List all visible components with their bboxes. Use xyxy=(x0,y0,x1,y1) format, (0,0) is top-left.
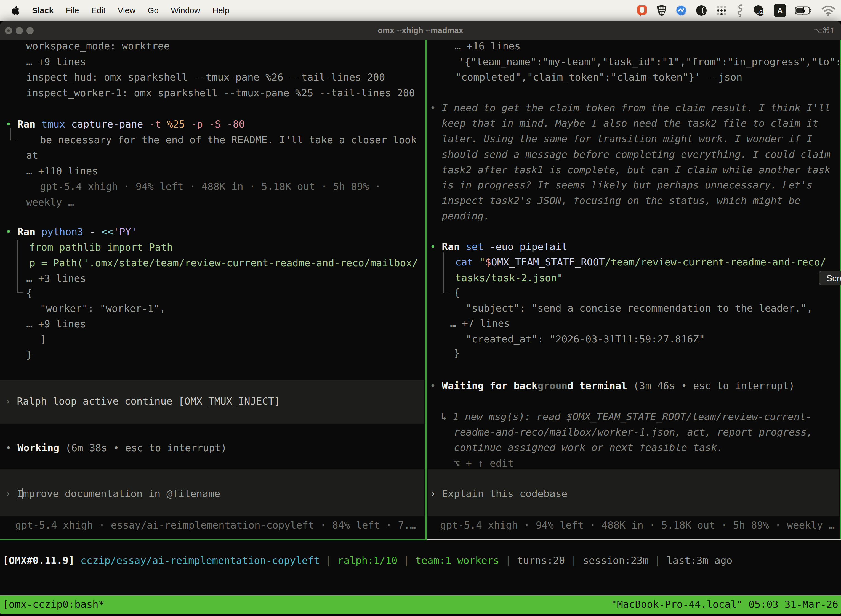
right-cat-block-bracket xyxy=(443,252,450,293)
left-python-code-1: from pathlib import Path xyxy=(29,239,173,255)
left-line-more-110: … +110 lines xyxy=(26,163,98,179)
menu-item-edit[interactable]: Edit xyxy=(91,6,105,15)
right-waiting-status: • Waiting for background terminal (3m 46… xyxy=(430,378,795,393)
input-source-icon[interactable]: A xyxy=(774,4,786,17)
window-title-bar[interactable]: omx --xhigh --madmax ⌥⌘1 xyxy=(0,21,841,40)
right-thinking-2: keep that in mind. Maybe I also need the… xyxy=(442,116,818,131)
right-pane-border xyxy=(840,40,841,540)
left-ran-python-command: • Ran python3 - <<'PY' xyxy=(6,224,137,239)
apple-menu-icon[interactable] xyxy=(11,5,20,16)
right-json-more-7: … +7 lines xyxy=(450,316,510,331)
left-json-worker: "worker": "worker-1", xyxy=(40,301,166,316)
privacy-shield-icon[interactable] xyxy=(656,4,667,17)
right-cat-command-2: tasks/task-2.json" xyxy=(455,270,563,286)
right-thinking-7: inspect task2's JSON, focusing on the st… xyxy=(442,193,800,208)
left-output-readme-2: at xyxy=(26,148,38,163)
left-working-status: • Working (6m 38s • esc to interrupt) xyxy=(6,440,227,456)
right-thinking-8: pending. xyxy=(442,208,489,224)
dots-grid-icon[interactable] xyxy=(716,4,727,17)
menu-item-help[interactable]: Help xyxy=(212,6,230,15)
left-line-workspace-mode: workspace_mode: worktree xyxy=(26,40,170,54)
squiggle-icon[interactable] xyxy=(736,4,744,17)
calendar-badge-label: ..61 xyxy=(757,9,765,15)
tmux-session-label: [omx-cczip0:bash* xyxy=(3,595,104,613)
right-line-more-16: … +16 lines xyxy=(455,40,520,54)
left-ran-tmux-command: • Ran tmux capture-pane -t %25 -p -S -80 xyxy=(6,116,245,132)
left-footer-usage: gpt-5.4 xhigh · essay/ai-reimplementatio… xyxy=(15,518,416,533)
right-json-payload-2: "completed","claim_token":"claim-token"}… xyxy=(455,70,742,85)
window-shortcut-hint: ⌥⌘1 xyxy=(813,26,834,35)
right-msg-1: ↳ 1 new msg(s): read $OMX_TEAM_STATE_ROO… xyxy=(441,409,812,424)
pane-divider[interactable] xyxy=(425,40,427,540)
left-usage-line-2: weekly … xyxy=(26,195,74,210)
menu-item-go[interactable]: Go xyxy=(148,6,159,15)
menu-app-name[interactable]: Slack xyxy=(32,6,54,15)
left-pane-bottom-border xyxy=(0,539,427,540)
right-prompt-placeholder: › Explain this codebase xyxy=(430,486,568,502)
menu-item-window[interactable]: Window xyxy=(171,6,200,15)
wifi-icon[interactable] xyxy=(821,4,835,16)
omx-status-line: [OMX#0.11.9] cczip/essay/ai-reimplementa… xyxy=(3,553,732,568)
macos-menu-bar: Slack File Edit View Go Window Help xyxy=(0,0,841,21)
left-python-code-2: p = Path('.omx/state/team/review-current… xyxy=(29,255,418,271)
screen-overlay-badge: Scre xyxy=(819,271,841,285)
left-line-inspect-hud: inspect_hud: omx sparkshell --tmux-pane … xyxy=(26,70,385,85)
right-msg-3: continue assigned work or next feasible … xyxy=(454,440,723,455)
terminal-main[interactable]: Scre workspace_mode: worktree… +9 linesi… xyxy=(0,40,841,595)
crescent-app-icon[interactable] xyxy=(695,4,708,17)
right-footer-usage: gpt-5.4 xhigh · 94% left · 488K in · 5.1… xyxy=(440,518,835,533)
left-json-more-9: … +9 lines xyxy=(26,316,86,332)
right-thinking-6: is in progress? It seems likely but perh… xyxy=(442,177,813,193)
left-line-more-9: … +9 lines xyxy=(26,54,86,70)
screen-overlay-label: Scre xyxy=(826,273,841,283)
right-thinking-4: should send a message before completing … xyxy=(442,147,831,162)
tmux-host-clock: "MacBook-Pro-44.local" 05:03 31-Mar-26 xyxy=(611,595,838,613)
right-ran-set-command: • Ran set -euo pipefail xyxy=(430,239,568,254)
menu-item-file[interactable]: File xyxy=(66,6,79,15)
menu-item-view[interactable]: View xyxy=(117,6,135,15)
left-json-array-close: ] xyxy=(40,332,46,347)
right-json-close: } xyxy=(454,346,460,361)
battery-icon[interactable] xyxy=(795,4,813,17)
input-source-label: A xyxy=(778,6,783,15)
right-json-open: { xyxy=(454,285,460,300)
right-cat-command: cat "$OMX_TEAM_STATE_ROOT/team/review-cu… xyxy=(455,254,826,270)
left-output-readme: be necessary for the end of the README. … xyxy=(40,132,417,148)
window-footer xyxy=(0,613,841,616)
left-prompt-placeholder: › Improve documentation in @filename xyxy=(5,486,220,502)
window-title: omx --xhigh --madmax xyxy=(0,26,841,35)
left-usage-line: gpt-5.4 xhigh · 94% left · 488K in · 5.1… xyxy=(40,179,381,194)
left-line-inspect-worker: inspect_worker-1: omx sparkshell --tmux-… xyxy=(26,85,415,101)
right-pane-bottom-border xyxy=(427,539,841,540)
screen-record-status-icon[interactable] xyxy=(636,4,648,17)
right-json-payload-1: '{"team_name":"my-team","task_id":"1","f… xyxy=(459,54,841,70)
right-thinking-5: task2 after task1 is complete, but can I… xyxy=(442,162,831,178)
terminal-window: omx --xhigh --madmax ⌥⌘1 Scre workspace_… xyxy=(0,21,841,616)
left-python-block-bracket xyxy=(18,240,23,293)
right-thinking-3: later. Using the same for transition mig… xyxy=(442,131,813,147)
right-msg-2: readme-and-reco/mailbox/worker-1.json, a… xyxy=(454,424,813,440)
left-json-close: } xyxy=(26,347,32,362)
right-json-subject: "subject": "send a concise recommendatio… xyxy=(466,301,813,316)
left-line-more-3: … +3 lines xyxy=(26,271,86,286)
right-thinking-1: • I need to get the claim token from the… xyxy=(430,100,831,116)
tmux-status-bar: [omx-cczip0:bash* "MacBook-Pro-44.local"… xyxy=(0,595,841,613)
ralph-loop-status: › Ralph loop active continue [OMX_TMUX_I… xyxy=(5,393,280,409)
network-speed-icon[interactable] xyxy=(675,4,687,17)
right-json-created-at: "created_at": "2026-03-31T11:59:27.816Z" xyxy=(466,331,705,347)
calendar-badge-icon[interactable]: ..61 xyxy=(752,4,765,17)
left-json-open: { xyxy=(26,285,32,301)
right-edit-hint: ⌥ + ↑ edit xyxy=(454,456,514,471)
